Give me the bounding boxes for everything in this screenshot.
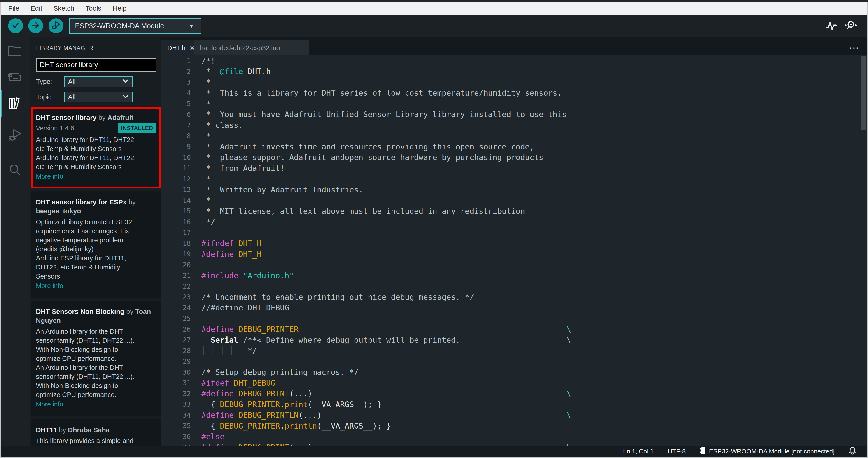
- panel-title: LIBRARY MANAGER: [36, 45, 161, 51]
- folder-icon: [8, 45, 22, 58]
- sidebar-item-sketchbook[interactable]: [7, 44, 22, 59]
- upload-button[interactable]: [28, 18, 43, 33]
- window-top-edge: [0, 0, 868, 2]
- code-line: 31#ifdef DHT_DEBUG: [161, 377, 867, 389]
- line-number: 19: [161, 250, 196, 258]
- line-number: 4: [161, 89, 196, 97]
- line-number: 18: [161, 239, 196, 247]
- line-number: 12: [161, 175, 196, 183]
- code-line: 30/* Setup debug printing macros. */: [161, 367, 867, 378]
- code-line: 12 *: [161, 174, 867, 184]
- more-actions-button[interactable]: ⋯: [849, 42, 860, 54]
- code-line: 33 { DEBUG_PRINTER.print(__VA_ARGS__); }: [161, 399, 867, 410]
- toolbar: ESP32-WROOM-DA Module ▾: [1, 15, 867, 37]
- library-card-description: Arduino library for DHT11, DHT22, etc Te…: [36, 135, 156, 171]
- library-card[interactable]: DHT sensor library by Adafruit Version 1…: [31, 107, 161, 188]
- status-board-label: ESP32-WROOM-DA Module [not connected]: [709, 448, 835, 455]
- code-line: 10 * please support Adafruit andopen-sou…: [161, 152, 867, 163]
- tab-sketch-ino[interactable]: hardcoded-dht22-esp32.ino: [194, 40, 309, 55]
- library-card[interactable]: DHT Sensors Non-Blocking by Toan Nguyen …: [31, 301, 161, 416]
- code-line: 7 * class.: [161, 120, 867, 131]
- serial-monitor-button[interactable]: [844, 20, 858, 33]
- line-number: 22: [161, 282, 196, 290]
- sidebar-item-library-manager[interactable]: [7, 96, 22, 111]
- bug-icon: [8, 128, 22, 143]
- code-line: 23/* Uncomment to enable printing out ni…: [161, 292, 867, 303]
- chevron-down-icon: [122, 94, 129, 100]
- more-info-link[interactable]: More info: [36, 172, 156, 181]
- code-line: 13 * Written by Adafruit Industries.: [161, 184, 867, 195]
- notifications-button[interactable]: [848, 447, 859, 457]
- editor-scrollbar[interactable]: [861, 56, 866, 131]
- chip-board-icon: [8, 71, 22, 84]
- more-info-link[interactable]: More info: [36, 400, 156, 409]
- library-search-input[interactable]: [36, 58, 156, 71]
- code-line: 34#define DEBUG_PRINTLN(...) \: [161, 410, 867, 421]
- more-info-link[interactable]: More info: [36, 281, 156, 290]
- library-card-version-row: Version 1.4.6 INSTALLED: [36, 123, 156, 133]
- menu-file[interactable]: File: [3, 4, 25, 12]
- code-line: 19#define DHT_H: [161, 249, 867, 259]
- line-number: 26: [161, 325, 196, 333]
- topic-filter-label: Topic:: [36, 93, 64, 101]
- line-number: 13: [161, 185, 196, 194]
- serial-plotter-button[interactable]: [825, 20, 838, 33]
- waveform-icon: [825, 21, 837, 31]
- menu-edit[interactable]: Edit: [25, 4, 48, 12]
- code-line: 2 * @file DHT.h: [161, 66, 867, 77]
- status-board[interactable]: ESP32-WROOM-DA Module [not connected]: [700, 447, 835, 457]
- code-line: 17: [161, 227, 867, 238]
- installed-badge: INSTALLED: [118, 123, 156, 133]
- editor-area: DHT.h ✕ hardcoded-dht22-esp32.ino ⋯ 1/*!…: [161, 37, 867, 446]
- books-icon: [8, 96, 22, 111]
- line-number: 10: [161, 153, 196, 162]
- code-editor[interactable]: 1/*!2 * @file DHT.h3 *4 * This is a libr…: [161, 55, 867, 446]
- line-number: 34: [161, 411, 196, 419]
- topic-filter-select[interactable]: All: [64, 91, 132, 103]
- start-debugging-button[interactable]: [49, 18, 63, 33]
- tab-label: hardcoded-dht22-esp32.ino: [200, 44, 280, 52]
- menu-help[interactable]: Help: [107, 4, 132, 12]
- tab-bar: DHT.h ✕ hardcoded-dht22-esp32.ino ⋯: [161, 37, 867, 55]
- tab-label: DHT.h: [167, 44, 186, 52]
- sidebar-item-search[interactable]: [7, 163, 22, 178]
- topic-filter-value: All: [68, 93, 122, 101]
- type-filter-value: All: [68, 78, 122, 85]
- library-card[interactable]: DHT11 by Dhruba Saha This library provid…: [31, 419, 161, 446]
- board-selector[interactable]: ESP32-WROOM-DA Module ▾: [69, 18, 201, 34]
- code-line: 27 Serial /**< Define where debug output…: [161, 335, 867, 345]
- code-line: 26#define DEBUG_PRINTER \: [161, 324, 867, 335]
- line-number: 3: [161, 78, 196, 86]
- line-number: 9: [161, 143, 196, 150]
- line-number: 1: [161, 57, 196, 65]
- menu-sketch[interactable]: Sketch: [48, 4, 80, 12]
- menu-tools[interactable]: Tools: [80, 4, 107, 12]
- code-line: 9 * Adafruit invests time and resources …: [161, 141, 867, 152]
- window-left-edge: [0, 2, 1, 458]
- code-line: 6 * You must have Adafruit Unified Senso…: [161, 109, 867, 120]
- code-line: 21#include "Arduino.h": [161, 270, 867, 281]
- status-encoding: UTF-8: [668, 448, 686, 455]
- line-number: 29: [161, 357, 196, 365]
- verify-button[interactable]: [8, 18, 23, 33]
- line-number: 28: [161, 347, 196, 355]
- code-line: 36#else: [161, 431, 867, 442]
- type-filter-label: Type:: [36, 78, 64, 85]
- sidebar-item-debug[interactable]: [7, 128, 22, 143]
- library-card-title: DHT sensor library by Adafruit: [36, 113, 156, 122]
- type-filter-row: Type: All: [36, 76, 161, 87]
- line-number: 17: [161, 229, 196, 236]
- sidebar-item-boards-manager[interactable]: [7, 70, 22, 85]
- library-card[interactable]: DHT sensor library for ESPx by beegee_to…: [31, 192, 161, 298]
- code-line: 8 *: [161, 131, 867, 142]
- type-filter-select[interactable]: All: [64, 76, 132, 87]
- magnifier-dots-icon: [845, 20, 858, 32]
- library-card-description: Optimized libray to match ESP32 requirem…: [36, 218, 156, 281]
- line-number: 35: [161, 422, 196, 430]
- line-number: 31: [161, 379, 196, 387]
- line-number: 37: [161, 443, 196, 446]
- tab-dht-h[interactable]: DHT.h ✕: [161, 40, 193, 55]
- code-line: 18#ifndef DHT_H: [161, 238, 867, 249]
- code-line: 1/*!: [161, 55, 867, 66]
- code-line: 20: [161, 259, 867, 270]
